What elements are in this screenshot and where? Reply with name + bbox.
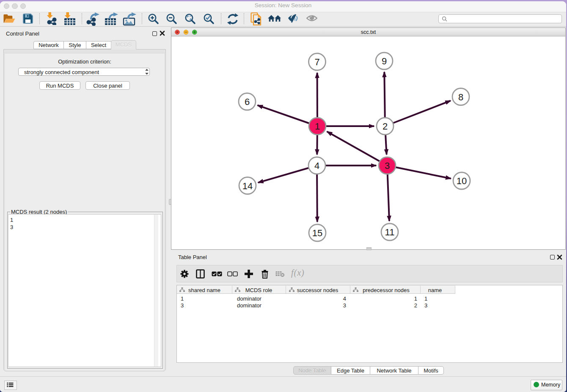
svg-text:2: 2 [383, 121, 388, 132]
svg-text:14: 14 [242, 181, 253, 191]
svg-text:6: 6 [245, 97, 250, 107]
svg-text:15: 15 [312, 228, 322, 238]
svg-text:11: 11 [385, 227, 395, 237]
svg-text:1: 1 [315, 121, 320, 132]
svg-text:7: 7 [314, 57, 319, 67]
svg-text:4: 4 [314, 160, 319, 171]
svg-text:9: 9 [382, 56, 387, 66]
svg-text:3: 3 [385, 160, 390, 171]
svg-text:10: 10 [457, 176, 467, 186]
svg-text:8: 8 [458, 92, 463, 102]
